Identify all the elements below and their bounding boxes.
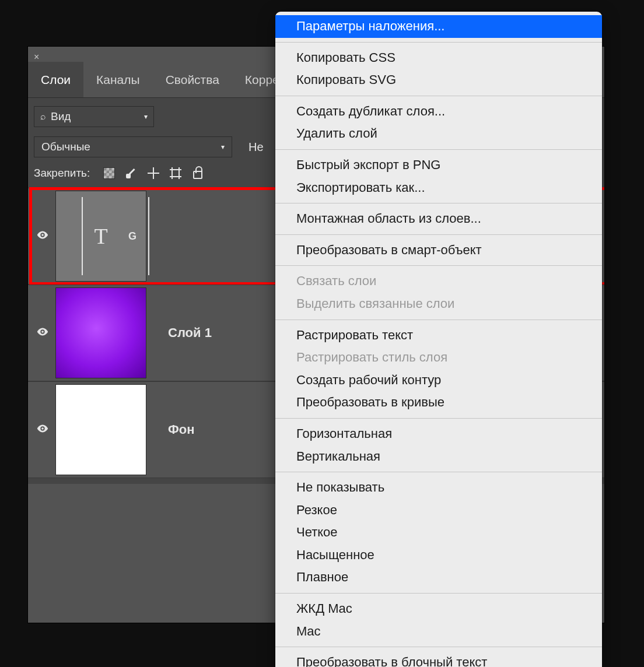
tab-channels[interactable]: Каналы (83, 62, 153, 97)
context-menu-separator (275, 472, 602, 472)
blend-mode-dropdown[interactable]: Обычные ▾ (34, 136, 232, 157)
lock-transparency-icon[interactable] (103, 167, 116, 180)
context-menu-item[interactable]: Преобразовать в смарт-объект (275, 239, 602, 262)
context-menu-separator (275, 418, 602, 419)
visibility-toggle[interactable] (35, 422, 50, 437)
context-menu-item[interactable]: Копировать CSS (275, 47, 602, 69)
context-menu-item[interactable]: Копировать SVG (275, 69, 602, 92)
opacity-label-fragment: Не (249, 141, 264, 154)
context-menu-item[interactable]: Создать дубликат слоя... (275, 100, 602, 123)
context-menu-item[interactable]: Преобразовать в блочный текст (275, 651, 602, 667)
context-menu-item[interactable]: Создать рабочий контур (275, 369, 602, 392)
context-menu-item: Связать слои (275, 270, 602, 293)
lock-position-icon[interactable] (147, 167, 160, 180)
search-icon: ⌕ (40, 111, 46, 122)
lock-pixels-icon[interactable] (125, 167, 138, 180)
layer-thumbnail[interactable] (56, 385, 146, 475)
lock-artboard-icon[interactable] (169, 167, 182, 180)
context-menu-item[interactable]: Не показывать (275, 476, 602, 499)
layer-thumbnail[interactable]: T G (56, 191, 146, 281)
visibility-toggle[interactable] (35, 325, 50, 340)
context-menu-separator (275, 96, 602, 96)
tab-layers[interactable]: Слои (28, 62, 83, 97)
blend-mode-value: Обычные (41, 141, 90, 153)
context-menu-item[interactable]: Плавное (275, 566, 602, 589)
layer-name[interactable]: Фон (168, 422, 195, 437)
context-menu-item[interactable]: Быстрый экспорт в PNG (275, 154, 602, 177)
context-menu-item[interactable]: Экспортировать как... (275, 177, 602, 199)
lock-label: Закрепить: (34, 167, 90, 180)
context-menu-separator (275, 593, 602, 594)
context-menu-separator (275, 647, 602, 647)
context-menu-item[interactable]: Параметры наложения... (275, 15, 602, 38)
visibility-toggle[interactable] (35, 229, 50, 244)
chevron-down-icon: ▾ (144, 113, 148, 121)
layer-filter-label: Вид (51, 110, 71, 123)
eye-icon (36, 325, 49, 338)
context-menu-item[interactable]: Вертикальная (275, 445, 602, 468)
lock-all-icon[interactable] (191, 167, 204, 180)
context-menu-item[interactable]: Насыщенное (275, 544, 602, 567)
context-menu-item[interactable]: Резкое (275, 499, 602, 522)
context-menu-separator (275, 42, 602, 43)
context-menu-item[interactable]: ЖКД Mac (275, 598, 602, 620)
context-menu-item[interactable]: Горизонтальная (275, 423, 602, 445)
context-menu-item[interactable]: Четкое (275, 521, 602, 544)
context-menu-separator (275, 149, 602, 150)
layer-filter-dropdown[interactable]: ⌕ Вид ▾ (34, 106, 154, 127)
panel-close-button[interactable]: × (34, 52, 39, 62)
context-menu-item: Выделить связанные слои (275, 293, 602, 315)
eye-icon (36, 229, 49, 241)
chevron-down-icon: ▾ (221, 143, 225, 151)
eye-icon (36, 422, 49, 435)
context-menu-item[interactable]: Mac (275, 620, 602, 643)
context-menu-separator (275, 265, 602, 266)
context-menu-item[interactable]: Преобразовать в кривые (275, 391, 602, 414)
text-layer-icon: T (94, 223, 107, 249)
layer-thumb-badge: G (128, 230, 136, 243)
context-menu-separator (275, 203, 602, 203)
context-menu-separator (275, 234, 602, 235)
layer-thumbnail[interactable] (56, 288, 146, 378)
context-menu-item[interactable]: Растрировать текст (275, 324, 602, 347)
context-menu-item[interactable]: Монтажная область из слоев... (275, 208, 602, 230)
context-menu-item[interactable]: Удалить слой (275, 122, 602, 145)
context-menu-item: Растрировать стиль слоя (275, 346, 602, 369)
context-menu-separator (275, 320, 602, 320)
layer-name[interactable]: Слой 1 (168, 325, 212, 340)
layer-context-menu[interactable]: Параметры наложения...Копировать CSSКопи… (275, 12, 602, 667)
tab-properties[interactable]: Свойства (153, 62, 232, 97)
